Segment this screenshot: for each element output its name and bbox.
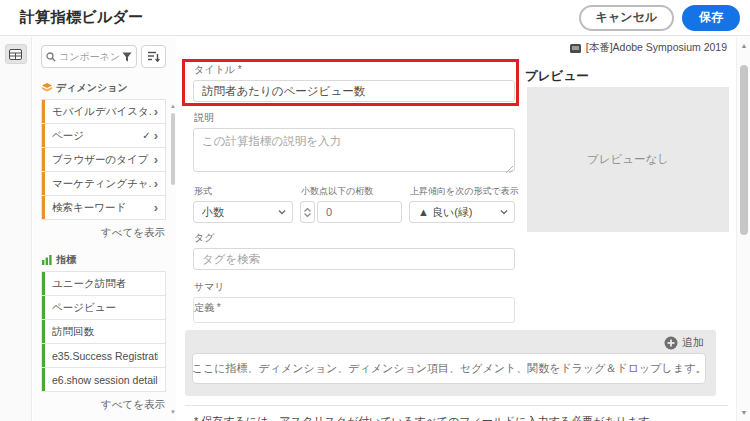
check-icon: ✓	[142, 130, 150, 141]
main-scrollbar[interactable]: ▲ ▼	[736, 37, 750, 421]
left-rail	[0, 37, 32, 421]
page-title: 計算指標ビルダー	[20, 8, 143, 27]
sort-button[interactable]	[141, 45, 166, 68]
save-button[interactable]: 保存	[682, 5, 740, 31]
preview-empty-text: プレビューなし	[587, 152, 669, 167]
title-label: タイトル *	[194, 63, 515, 77]
add-button[interactable]: 追加	[664, 335, 704, 350]
scroll-down-icon[interactable]: ▼	[737, 409, 750, 416]
preview-empty-box: プレビューなし	[527, 87, 729, 232]
tags-label: タグ	[194, 231, 515, 245]
search-icon	[46, 52, 56, 62]
sidebar-item-e6-show-session-detail[interactable]: e6.show session detail	[41, 367, 166, 392]
sort-icon	[148, 51, 160, 62]
report-suite-name: [本番]Adobe Symposium 2019	[586, 41, 727, 55]
trend-dropdown[interactable]: ▲ 良い(緑)	[409, 201, 515, 223]
sidebar-item-search-keyword[interactable]: 検索キーワード ›	[41, 195, 166, 220]
stepper-up-icon[interactable]	[304, 208, 311, 212]
description-textarea[interactable]	[193, 128, 515, 172]
metric-color-bar	[42, 272, 45, 295]
tags-input[interactable]	[193, 248, 515, 270]
metric-form: タイトル * 説明 形式 小数 小数点以下の桁数	[193, 63, 515, 323]
scroll-up-icon[interactable]: ▲	[170, 103, 176, 109]
panel-icon	[9, 49, 22, 60]
dimensions-section-header: ディメンション	[42, 81, 166, 95]
report-suite-icon	[570, 44, 581, 53]
title-input[interactable]	[193, 80, 515, 102]
dimension-color-bar	[42, 196, 45, 219]
builder-main: タイトル * 説明 形式 小数 小数点以下の桁数	[177, 37, 736, 421]
dimension-color-bar	[42, 172, 45, 195]
resize-handle-icon[interactable]	[506, 166, 513, 173]
scroll-up-icon[interactable]: ▲	[737, 42, 750, 49]
definition-section: 定義 * 追加 ここに指標、ディメンション、ディメンション項目、セグメント、関数…	[185, 313, 728, 421]
scroll-down-icon[interactable]: ▼	[170, 409, 176, 415]
sidebar-item-mobile-device-type[interactable]: モバイルデバイスタ... ›	[41, 99, 166, 124]
metrics-icon	[42, 255, 52, 265]
search-input[interactable]	[59, 51, 122, 62]
sidebar-scrollbar-thumb[interactable]	[171, 113, 175, 185]
metric-color-bar	[42, 368, 45, 391]
dimensions-show-all-link[interactable]: すべてを表示	[41, 226, 165, 240]
metric-color-bar	[42, 296, 45, 319]
chevron-down-icon	[278, 209, 286, 215]
sidebar-item-browser-type[interactable]: ブラウザーのタイプ ›	[41, 147, 166, 172]
dimension-color-bar	[42, 124, 45, 147]
add-icon	[664, 336, 678, 350]
sidebar-item-visits[interactable]: 訪問回数	[41, 319, 166, 344]
chevron-right-icon: ›	[154, 201, 158, 214]
description-label: 説明	[194, 111, 515, 125]
format-label: 形式	[194, 185, 293, 198]
report-suite-selector[interactable]: [本番]Adobe Symposium 2019	[570, 41, 727, 55]
decimal-places-stepper: 0	[300, 201, 402, 223]
chevron-down-icon	[500, 209, 508, 215]
sidebar-item-page-views[interactable]: ページビュー	[41, 295, 166, 320]
component-search-row	[41, 45, 166, 68]
chevron-right-icon: ›	[154, 177, 158, 190]
stepper-buttons[interactable]	[300, 201, 315, 223]
metric-color-bar	[42, 320, 45, 343]
chevron-right-icon: ›	[154, 105, 158, 118]
dimensions-list: モバイルデバイスタ... › ページ ✓ › ブラウザーのタイプ › マーケティ…	[41, 99, 166, 220]
sidebar-item-unique-visitors[interactable]: ユニーク訪問者	[41, 271, 166, 296]
definition-drop-target[interactable]: ここに指標、ディメンション、ディメンション項目、セグメント、関数をドラッグ＆ドロ…	[192, 353, 706, 384]
filter-icon[interactable]	[122, 52, 132, 62]
definition-label: 定義 *	[194, 301, 728, 315]
metrics-section-header: 指標	[42, 253, 166, 267]
decimal-places-input[interactable]: 0	[317, 201, 402, 223]
dimension-color-bar	[42, 100, 45, 123]
sidebar-item-e35-success-registration[interactable]: e35.Success Registration	[41, 343, 166, 368]
metrics-list: ユニーク訪問者 ページビュー 訪問回数 e35.Success Registra…	[41, 271, 166, 392]
component-sidebar: ディメンション モバイルデバイスタ... › ページ ✓ › ブラウザーのタイプ…	[33, 37, 176, 421]
metric-color-bar	[42, 344, 45, 367]
cancel-button[interactable]: キャンセル	[579, 5, 674, 31]
dimensions-icon	[42, 83, 52, 93]
decimal-places-label: 小数点以下の桁数	[301, 185, 402, 198]
definition-dropzone[interactable]: 追加 ここに指標、ディメンション、ディメンション項目、セグメント、関数をドラッグ…	[185, 330, 716, 396]
component-search-box	[41, 45, 137, 68]
summary-label: サマリ	[194, 280, 515, 294]
metrics-section-label: 指標	[56, 253, 76, 267]
chevron-right-icon: ›	[154, 153, 158, 166]
sidebar-item-page[interactable]: ページ ✓ ›	[41, 123, 166, 148]
required-fields-note: * 保存するには、アスタリスクが付いているすべてのフィールドに入力する必要があり…	[194, 414, 728, 421]
format-dropdown[interactable]: 小数	[193, 201, 293, 223]
preview-heading: プレビュー	[525, 68, 589, 85]
stepper-down-icon[interactable]	[304, 213, 311, 217]
panel-toggle-button[interactable]	[5, 44, 27, 64]
dimensions-section-label: ディメンション	[56, 81, 128, 95]
footer-divider	[185, 405, 728, 406]
app-header: 計算指標ビルダー キャンセル 保存	[0, 0, 750, 36]
chevron-right-icon: ›	[154, 129, 158, 142]
format-controls-row: 形式 小数 小数点以下の桁数	[193, 185, 515, 223]
metrics-show-all-link[interactable]: すべてを表示	[41, 398, 165, 412]
trend-label: 上昇傾向を次の形式で表示	[410, 185, 515, 198]
sidebar-item-marketing-channel[interactable]: マーケティングチャ... ›	[41, 171, 166, 196]
dimension-color-bar	[42, 148, 45, 171]
scrollbar-thumb[interactable]	[740, 65, 748, 235]
